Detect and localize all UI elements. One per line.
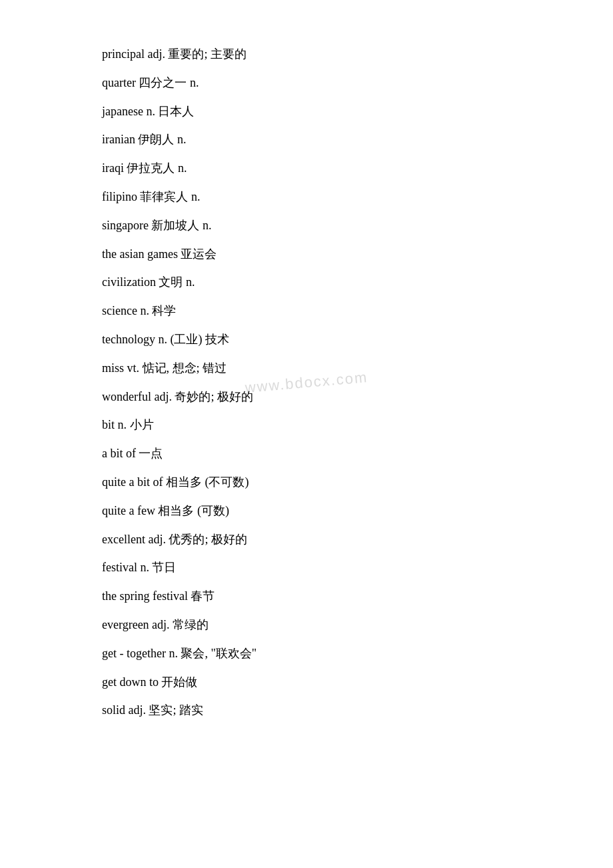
vocab-item-10: science n. 科学 (102, 297, 511, 325)
vocab-item-16: quite a bit of 相当多 (不可数) (102, 468, 511, 497)
vocab-item-23: get down to 开始做 (102, 668, 511, 697)
vocab-item-2: quarter 四分之一 n. (102, 69, 511, 97)
vocab-item-11: technology n. (工业) 技术 (102, 325, 511, 354)
vocab-item-18: excellent adj. 优秀的; 极好的 (102, 525, 511, 554)
vocab-item-24: solid adj. 坚实; 踏实 (102, 696, 511, 725)
vocab-item-17: quite a few 相当多 (可数) (102, 497, 511, 525)
vocab-item-20: the spring festival 春节 (102, 582, 511, 611)
vocab-list: principal adj. 重要的; 主要的quarter 四分之一 n.ja… (102, 40, 511, 725)
vocab-item-21: evergreen adj. 常绿的 (102, 611, 511, 639)
page-content: www.bdocx.com principal adj. 重要的; 主要的qua… (102, 40, 511, 725)
vocab-item-13: wonderful adj. 奇妙的; 极好的 (102, 383, 511, 411)
vocab-item-3: japanese n. 日本人 (102, 97, 511, 126)
vocab-item-8: the asian games 亚运会 (102, 240, 511, 269)
vocab-item-6: filipino 菲律宾人 n. (102, 183, 511, 211)
vocab-item-4: iranian 伊朗人 n. (102, 125, 511, 154)
vocab-item-1: principal adj. 重要的; 主要的 (102, 40, 511, 69)
vocab-item-5: iraqi 伊拉克人 n. (102, 154, 511, 183)
vocab-item-22: get - together n. 聚会, "联欢会" (102, 639, 511, 668)
vocab-item-12: miss vt. 惦记, 想念; 错过 (102, 354, 511, 383)
vocab-item-9: civilization 文明 n. (102, 268, 511, 297)
vocab-item-7: singapore 新加坡人 n. (102, 211, 511, 240)
vocab-item-14: bit n. 小片 (102, 411, 511, 439)
vocab-item-19: festival n. 节日 (102, 553, 511, 582)
vocab-item-15: a bit of 一点 (102, 439, 511, 468)
